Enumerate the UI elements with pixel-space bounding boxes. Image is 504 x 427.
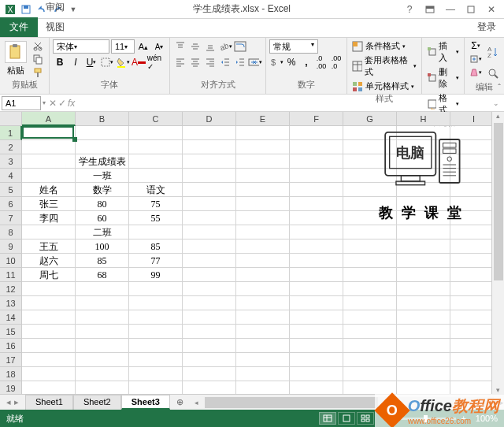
cell-G16[interactable] xyxy=(343,339,397,353)
cell-H14[interactable] xyxy=(397,310,450,325)
cell-A5[interactable]: 姓名 xyxy=(22,183,76,197)
cell-I11[interactable] xyxy=(450,268,498,282)
cell-H12[interactable] xyxy=(397,282,450,296)
fill-color-icon[interactable]: ▾ xyxy=(116,55,130,69)
cell-D13[interactable] xyxy=(183,296,236,310)
cell-C6[interactable]: 75 xyxy=(129,197,183,211)
cell-A11[interactable]: 周七 xyxy=(22,268,76,282)
row-header-1[interactable]: 1 xyxy=(0,126,22,140)
cell-A3[interactable] xyxy=(22,154,76,169)
normal-view-icon[interactable] xyxy=(319,412,336,425)
cell-F5[interactable] xyxy=(290,183,343,197)
cell-E17[interactable] xyxy=(236,353,290,367)
sheet-tab-Sheet3[interactable]: Sheet3 xyxy=(121,395,170,410)
fx-icon[interactable]: fx xyxy=(68,98,75,109)
conditional-format-button[interactable]: 条件格式▾ xyxy=(350,39,418,53)
cell-B2[interactable] xyxy=(76,140,129,154)
cell-D9[interactable] xyxy=(183,239,236,254)
cell-C11[interactable]: 99 xyxy=(129,268,183,282)
row-header-13[interactable]: 13 xyxy=(0,296,22,310)
cell-B19[interactable] xyxy=(76,381,129,394)
merge-center-icon[interactable]: ▾ xyxy=(248,55,262,69)
cell-H19[interactable] xyxy=(397,381,450,394)
phonetic-icon[interactable]: wén✓ xyxy=(147,55,161,69)
cell-D11[interactable] xyxy=(183,268,236,282)
page-layout-view-icon[interactable] xyxy=(338,412,355,425)
font-name-select[interactable]: 宋体 ▾ xyxy=(53,39,109,54)
fill-icon[interactable]: ▾ xyxy=(468,53,484,65)
cell-A1[interactable] xyxy=(22,126,76,140)
expand-formula-icon[interactable]: ⌄ xyxy=(488,99,504,107)
cell-H16[interactable] xyxy=(397,339,450,353)
font-color-icon[interactable]: A xyxy=(132,55,146,69)
cell-H18[interactable] xyxy=(397,367,450,381)
wrap-text-icon[interactable] xyxy=(233,39,247,54)
cell-C14[interactable] xyxy=(129,310,183,325)
excel-icon[interactable]: X xyxy=(3,2,17,17)
cell-F12[interactable] xyxy=(290,282,343,296)
cell-C7[interactable]: 55 xyxy=(129,211,183,225)
cell-D5[interactable] xyxy=(183,183,236,197)
file-tab[interactable]: 文件 xyxy=(0,17,38,37)
col-header-F[interactable]: F xyxy=(290,112,343,126)
copy-icon[interactable] xyxy=(30,53,46,65)
cell-D17[interactable] xyxy=(183,353,236,367)
italic-icon[interactable]: I xyxy=(69,55,83,69)
cell-I16[interactable] xyxy=(450,339,498,353)
row-header-2[interactable]: 2 xyxy=(0,140,22,154)
cell-F10[interactable] xyxy=(290,254,343,268)
comma-icon[interactable]: , xyxy=(299,55,313,69)
new-sheet-button[interactable]: ⊕ xyxy=(170,395,190,409)
cell-E2[interactable] xyxy=(236,140,290,154)
cell-F7[interactable] xyxy=(290,211,343,225)
cell-styles-button[interactable]: 单元格样式▾ xyxy=(350,80,418,93)
cell-I9[interactable] xyxy=(450,239,498,254)
cell-C5[interactable]: 语文 xyxy=(129,183,183,197)
cell-G13[interactable] xyxy=(343,296,397,310)
cell-A16[interactable] xyxy=(22,339,76,353)
percent-icon[interactable]: % xyxy=(284,55,298,69)
cell-C15[interactable] xyxy=(129,325,183,339)
paste-button[interactable]: 粘贴 xyxy=(3,39,28,79)
cell-C1[interactable] xyxy=(129,126,183,140)
cell-I17[interactable] xyxy=(450,353,498,367)
cell-G14[interactable] xyxy=(343,310,397,325)
cell-B14[interactable] xyxy=(76,310,129,325)
cell-A17[interactable] xyxy=(22,353,76,367)
cell-B10[interactable]: 85 xyxy=(76,254,129,268)
cell-G10[interactable] xyxy=(343,254,397,268)
col-header-I[interactable]: I xyxy=(450,112,498,126)
cell-G11[interactable] xyxy=(343,268,397,282)
tab-审阅[interactable]: 审阅 xyxy=(38,0,91,17)
cell-C13[interactable] xyxy=(129,296,183,310)
cell-I10[interactable] xyxy=(450,254,498,268)
autosum-icon[interactable]: Σ▾ xyxy=(468,39,484,52)
cell-D15[interactable] xyxy=(183,325,236,339)
cell-H8[interactable] xyxy=(397,225,450,239)
cell-B4[interactable]: 一班 xyxy=(76,169,129,183)
cell-E13[interactable] xyxy=(236,296,290,310)
cell-D3[interactable] xyxy=(183,154,236,169)
cell-B8[interactable]: 二班 xyxy=(76,225,129,239)
col-header-E[interactable]: E xyxy=(236,112,290,126)
cell-D18[interactable] xyxy=(183,367,236,381)
cell-D6[interactable] xyxy=(183,197,236,211)
cell-E16[interactable] xyxy=(236,339,290,353)
border-icon[interactable]: ▾ xyxy=(100,55,114,69)
cell-E15[interactable] xyxy=(236,325,290,339)
col-header-B[interactable]: B xyxy=(76,112,129,126)
cell-F13[interactable] xyxy=(290,296,343,310)
cell-A2[interactable] xyxy=(22,140,76,154)
cell-F2[interactable] xyxy=(290,140,343,154)
row-header-19[interactable]: 19 xyxy=(0,381,22,394)
cell-I12[interactable] xyxy=(450,282,498,296)
col-header-A[interactable]: A xyxy=(22,112,76,126)
accounting-format-icon[interactable]: $▾ xyxy=(269,55,284,69)
cell-C4[interactable] xyxy=(129,169,183,183)
align-left-icon[interactable] xyxy=(173,55,187,69)
cell-H11[interactable] xyxy=(397,268,450,282)
cell-D16[interactable] xyxy=(183,339,236,353)
cell-A9[interactable]: 王五 xyxy=(22,239,76,254)
cell-F6[interactable] xyxy=(290,197,343,211)
cell-F4[interactable] xyxy=(290,169,343,183)
